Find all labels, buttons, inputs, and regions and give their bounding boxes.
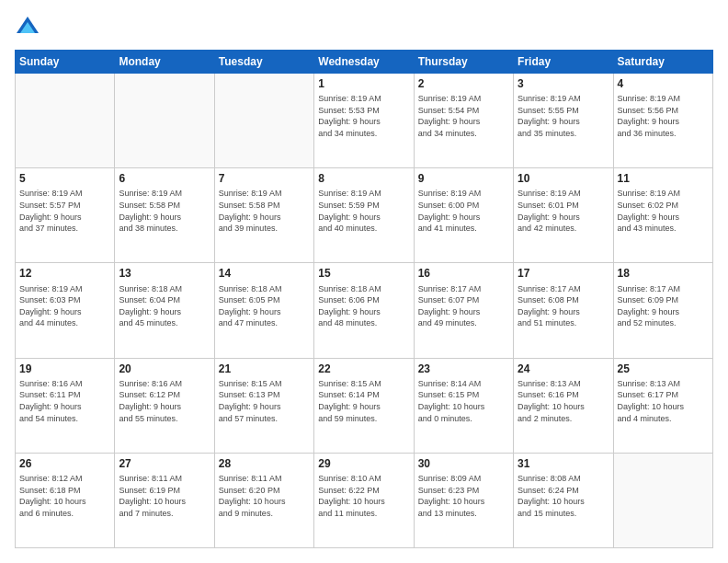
day-info: Sunrise: 8:18 AM Sunset: 6:06 PM Dayligh…	[318, 283, 409, 329]
weekday-header-saturday: Saturday	[613, 51, 712, 74]
day-number: 22	[318, 362, 409, 376]
week-row-3: 19Sunrise: 8:16 AM Sunset: 6:11 PM Dayli…	[16, 358, 713, 453]
day-info: Sunrise: 8:19 AM Sunset: 5:54 PM Dayligh…	[418, 93, 509, 139]
day-info: Sunrise: 8:19 AM Sunset: 5:58 PM Dayligh…	[119, 188, 210, 234]
calendar-cell: 26Sunrise: 8:12 AM Sunset: 6:18 PM Dayli…	[16, 453, 115, 547]
day-info: Sunrise: 8:13 AM Sunset: 6:16 PM Dayligh…	[518, 378, 609, 424]
header	[15, 15, 713, 40]
calendar-table: SundayMondayTuesdayWednesdayThursdayFrid…	[15, 50, 713, 548]
day-number: 21	[219, 362, 310, 376]
calendar-cell: 9Sunrise: 8:19 AM Sunset: 6:00 PM Daylig…	[414, 168, 513, 263]
day-number: 1	[318, 76, 409, 91]
weekday-header-row: SundayMondayTuesdayWednesdayThursdayFrid…	[16, 51, 713, 74]
calendar-cell	[214, 74, 313, 168]
calendar-cell: 5Sunrise: 8:19 AM Sunset: 5:57 PM Daylig…	[16, 168, 115, 263]
calendar-cell: 22Sunrise: 8:15 AM Sunset: 6:14 PM Dayli…	[314, 358, 414, 453]
week-row-2: 12Sunrise: 8:19 AM Sunset: 6:03 PM Dayli…	[16, 263, 713, 358]
day-info: Sunrise: 8:19 AM Sunset: 6:02 PM Dayligh…	[618, 188, 709, 234]
calendar-cell: 4Sunrise: 8:19 AM Sunset: 5:56 PM Daylig…	[613, 74, 712, 168]
day-number: 9	[418, 171, 509, 186]
calendar-cell	[613, 453, 712, 547]
day-number: 15	[318, 266, 409, 281]
week-row-4: 26Sunrise: 8:12 AM Sunset: 6:18 PM Dayli…	[16, 453, 713, 547]
day-info: Sunrise: 8:19 AM Sunset: 5:59 PM Dayligh…	[318, 188, 409, 234]
day-info: Sunrise: 8:15 AM Sunset: 6:14 PM Dayligh…	[318, 378, 409, 424]
calendar-cell: 23Sunrise: 8:14 AM Sunset: 6:15 PM Dayli…	[414, 358, 513, 453]
calendar-cell: 30Sunrise: 8:09 AM Sunset: 6:23 PM Dayli…	[414, 453, 513, 547]
weekday-header-sunday: Sunday	[16, 51, 115, 74]
day-info: Sunrise: 8:15 AM Sunset: 6:13 PM Dayligh…	[219, 378, 310, 424]
day-number: 26	[19, 456, 110, 471]
day-info: Sunrise: 8:17 AM Sunset: 6:08 PM Dayligh…	[518, 283, 609, 329]
day-number: 27	[119, 456, 210, 471]
day-info: Sunrise: 8:18 AM Sunset: 6:05 PM Dayligh…	[219, 283, 310, 329]
day-number: 13	[119, 266, 210, 281]
calendar-cell: 8Sunrise: 8:19 AM Sunset: 5:59 PM Daylig…	[314, 168, 414, 263]
day-number: 30	[418, 456, 509, 471]
day-number: 16	[418, 266, 509, 281]
day-info: Sunrise: 8:09 AM Sunset: 6:23 PM Dayligh…	[418, 473, 509, 519]
calendar-cell: 25Sunrise: 8:13 AM Sunset: 6:17 PM Dayli…	[613, 358, 712, 453]
day-info: Sunrise: 8:08 AM Sunset: 6:24 PM Dayligh…	[518, 473, 609, 519]
calendar-cell: 15Sunrise: 8:18 AM Sunset: 6:06 PM Dayli…	[314, 263, 414, 358]
day-info: Sunrise: 8:13 AM Sunset: 6:17 PM Dayligh…	[618, 378, 709, 424]
day-number: 7	[219, 171, 310, 186]
day-info: Sunrise: 8:18 AM Sunset: 6:04 PM Dayligh…	[119, 283, 210, 329]
day-number: 4	[618, 76, 709, 91]
day-number: 2	[418, 76, 509, 91]
day-info: Sunrise: 8:11 AM Sunset: 6:20 PM Dayligh…	[219, 473, 310, 519]
day-info: Sunrise: 8:19 AM Sunset: 6:01 PM Dayligh…	[518, 188, 609, 234]
calendar-cell: 7Sunrise: 8:19 AM Sunset: 5:58 PM Daylig…	[214, 168, 313, 263]
calendar-cell	[16, 74, 115, 168]
day-info: Sunrise: 8:19 AM Sunset: 6:00 PM Dayligh…	[418, 188, 509, 234]
calendar-cell: 21Sunrise: 8:15 AM Sunset: 6:13 PM Dayli…	[214, 358, 313, 453]
weekday-header-friday: Friday	[514, 51, 613, 74]
day-number: 29	[318, 456, 409, 471]
day-number: 8	[318, 171, 409, 186]
day-number: 28	[219, 456, 310, 471]
calendar-cell: 10Sunrise: 8:19 AM Sunset: 6:01 PM Dayli…	[514, 168, 613, 263]
logo-icon	[15, 15, 40, 40]
day-number: 5	[19, 171, 110, 186]
week-row-1: 5Sunrise: 8:19 AM Sunset: 5:57 PM Daylig…	[16, 168, 713, 263]
calendar-cell: 14Sunrise: 8:18 AM Sunset: 6:05 PM Dayli…	[214, 263, 313, 358]
day-info: Sunrise: 8:19 AM Sunset: 5:57 PM Dayligh…	[19, 188, 110, 234]
day-info: Sunrise: 8:10 AM Sunset: 6:22 PM Dayligh…	[318, 473, 409, 519]
day-number: 19	[19, 362, 110, 376]
day-number: 3	[518, 76, 609, 91]
day-number: 25	[618, 362, 709, 376]
logo	[15, 15, 44, 40]
day-info: Sunrise: 8:14 AM Sunset: 6:15 PM Dayligh…	[418, 378, 509, 424]
day-info: Sunrise: 8:12 AM Sunset: 6:18 PM Dayligh…	[19, 473, 110, 519]
day-number: 14	[219, 266, 310, 281]
day-number: 10	[518, 171, 609, 186]
calendar-cell: 12Sunrise: 8:19 AM Sunset: 6:03 PM Dayli…	[16, 263, 115, 358]
weekday-header-thursday: Thursday	[414, 51, 513, 74]
calendar-cell: 11Sunrise: 8:19 AM Sunset: 6:02 PM Dayli…	[613, 168, 712, 263]
calendar-cell: 1Sunrise: 8:19 AM Sunset: 5:53 PM Daylig…	[314, 74, 414, 168]
day-info: Sunrise: 8:19 AM Sunset: 5:58 PM Dayligh…	[219, 188, 310, 234]
day-info: Sunrise: 8:17 AM Sunset: 6:07 PM Dayligh…	[418, 283, 509, 329]
day-number: 23	[418, 362, 509, 376]
calendar-cell: 17Sunrise: 8:17 AM Sunset: 6:08 PM Dayli…	[514, 263, 613, 358]
weekday-header-tuesday: Tuesday	[214, 51, 313, 74]
calendar-cell: 19Sunrise: 8:16 AM Sunset: 6:11 PM Dayli…	[16, 358, 115, 453]
day-info: Sunrise: 8:17 AM Sunset: 6:09 PM Dayligh…	[618, 283, 709, 329]
calendar-cell: 6Sunrise: 8:19 AM Sunset: 5:58 PM Daylig…	[115, 168, 214, 263]
day-info: Sunrise: 8:16 AM Sunset: 6:12 PM Dayligh…	[119, 378, 210, 424]
day-number: 31	[518, 456, 609, 471]
day-number: 6	[119, 171, 210, 186]
day-number: 20	[119, 362, 210, 376]
calendar-cell: 29Sunrise: 8:10 AM Sunset: 6:22 PM Dayli…	[314, 453, 414, 547]
day-number: 24	[518, 362, 609, 376]
calendar-cell: 24Sunrise: 8:13 AM Sunset: 6:16 PM Dayli…	[514, 358, 613, 453]
day-info: Sunrise: 8:19 AM Sunset: 5:55 PM Dayligh…	[518, 93, 609, 139]
day-info: Sunrise: 8:19 AM Sunset: 6:03 PM Dayligh…	[19, 283, 110, 329]
calendar-cell: 20Sunrise: 8:16 AM Sunset: 6:12 PM Dayli…	[115, 358, 214, 453]
day-info: Sunrise: 8:19 AM Sunset: 5:56 PM Dayligh…	[618, 93, 709, 139]
calendar-cell: 13Sunrise: 8:18 AM Sunset: 6:04 PM Dayli…	[115, 263, 214, 358]
calendar-cell: 3Sunrise: 8:19 AM Sunset: 5:55 PM Daylig…	[514, 74, 613, 168]
calendar-cell: 2Sunrise: 8:19 AM Sunset: 5:54 PM Daylig…	[414, 74, 513, 168]
calendar-cell: 27Sunrise: 8:11 AM Sunset: 6:19 PM Dayli…	[115, 453, 214, 547]
day-number: 12	[19, 266, 110, 281]
